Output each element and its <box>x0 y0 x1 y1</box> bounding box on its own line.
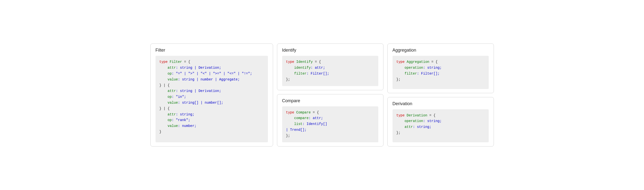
code-line: filter: Filter[]; <box>396 71 485 77</box>
code-token: compare <box>286 116 309 120</box>
code-token: type <box>396 60 407 64</box>
code-token: : attr; <box>310 66 325 70</box>
code-token: : Filter[]; <box>307 72 329 76</box>
code-token: Identify <box>296 60 313 64</box>
identify-panel: Identify type Identify = { identify: att… <box>277 44 384 90</box>
code-token: value <box>160 78 178 82</box>
code-line: attr: string; <box>160 112 264 118</box>
code-token: type <box>286 60 296 64</box>
code-token: } | { <box>160 107 170 110</box>
code-token: = { <box>310 110 319 114</box>
code-token: identify <box>286 66 311 70</box>
code-token: : "in"; <box>172 95 186 99</box>
code-line: }; <box>396 77 485 83</box>
code-token: op <box>160 72 172 76</box>
code-token: : string; <box>423 66 442 70</box>
code-line: operation: string; <box>396 65 485 71</box>
right-col-left: Identify type Identify = { identify: att… <box>277 44 384 146</box>
aggregation-code-block: type Aggregation = { operation: string; … <box>392 56 489 89</box>
code-line: | Trend[]; <box>286 127 374 133</box>
code-token: filter <box>286 72 307 76</box>
code-line: list: Identify[] <box>286 121 374 127</box>
code-token: } | { <box>160 83 170 87</box>
code-token: : Identify[] <box>302 122 327 126</box>
code-token: : string; <box>413 125 432 129</box>
filter-code-block: type Filter = { attr: string | Derivatio… <box>156 56 268 142</box>
identify-title: Identify <box>282 48 378 53</box>
code-token: Compare <box>296 110 311 114</box>
right-col-right: Aggregation type Aggregation = { operati… <box>388 44 494 146</box>
code-line: type Compare = { <box>286 110 374 116</box>
right-section: Identify type Identify = { identify: att… <box>277 44 494 146</box>
code-token: }; <box>396 131 401 135</box>
code-token: value <box>160 101 178 105</box>
code-token: op <box>160 95 172 99</box>
code-line: operation: string; <box>396 118 485 124</box>
code-line: attr: string; <box>396 124 485 130</box>
code-line: } | { <box>160 106 264 112</box>
compare-panel: Compare type Compare = { compare: attr; … <box>277 94 384 146</box>
code-line: type Identify = { <box>286 59 374 65</box>
code-token: : string | Derivation; <box>176 89 221 93</box>
code-line: filter: Filter[]; <box>286 71 374 77</box>
code-token: = { <box>182 60 190 64</box>
aggregation-title: Aggregation <box>392 48 489 53</box>
code-token: operation <box>396 119 423 123</box>
code-line: }; <box>396 130 485 136</box>
code-token: }; <box>396 78 401 82</box>
code-token: Derivation <box>407 113 427 117</box>
compare-code-block: type Compare = { compare: attr; list: Id… <box>282 106 378 142</box>
code-line: identify: attr; <box>286 65 374 71</box>
code-token: Filter <box>170 60 182 64</box>
code-token: list <box>286 122 302 126</box>
code-line: op: "in"; <box>160 94 264 100</box>
aggregation-panel: Aggregation type Aggregation = { operati… <box>388 44 494 93</box>
derivation-title: Derivation <box>392 101 489 106</box>
code-line: } <box>160 129 264 135</box>
code-token: : string | Derivation; <box>176 66 221 70</box>
code-token: Aggregation <box>407 60 429 64</box>
main-layout: Filter type Filter = { attr: string | De… <box>150 44 494 146</box>
code-token: } <box>160 130 162 134</box>
compare-title: Compare <box>282 98 378 103</box>
code-line: value: number; <box>160 123 264 129</box>
code-line: }; <box>286 133 374 139</box>
code-token: = { <box>313 60 321 64</box>
code-token: : string[] | number[]; <box>178 101 223 105</box>
code-token: type <box>396 113 407 117</box>
code-token: filter <box>396 72 417 76</box>
code-line: attr: string | Derivation; <box>160 88 264 94</box>
code-token: | Trend[]; <box>286 128 307 132</box>
derivation-panel: Derivation type Derivation = { operation… <box>388 97 494 146</box>
code-token: = { <box>429 60 438 64</box>
code-token: type <box>160 60 170 64</box>
derivation-code-block: type Derivation = { operation: string; a… <box>392 109 489 142</box>
code-token: : string | number | Aggregate; <box>178 78 240 82</box>
code-line: type Derivation = { <box>396 113 485 119</box>
code-line: type Aggregation = { <box>396 59 485 65</box>
code-token: attr <box>160 112 176 116</box>
code-token: : string; <box>423 119 442 123</box>
code-token: : Filter[]; <box>417 72 440 76</box>
code-token: }; <box>286 78 290 82</box>
code-line: op: "=" | ">" | "<" | ">=" | "<=" | "!="… <box>160 71 264 77</box>
code-token: operation <box>396 66 423 70</box>
code-line: } | { <box>160 83 264 89</box>
code-token: : number; <box>178 124 196 128</box>
code-line: op: "rank"; <box>160 117 264 123</box>
code-token: : string; <box>176 112 194 116</box>
code-token: value <box>160 124 178 128</box>
filter-title: Filter <box>156 48 268 53</box>
code-token: attr <box>396 125 413 129</box>
code-token: : attr; <box>309 116 323 120</box>
filter-panel: Filter type Filter = { attr: string | De… <box>150 44 273 146</box>
code-line: compare: attr; <box>286 115 374 121</box>
code-line: }; <box>286 77 374 83</box>
code-line: attr: string | Derivation; <box>160 65 264 71</box>
identify-code-block: type Identify = { identify: attr; filter… <box>282 56 378 86</box>
code-token: }; <box>286 134 290 138</box>
code-token: : "=" | ">" | "<" | ">=" | "<=" | "!="; <box>172 72 252 76</box>
code-token: attr <box>160 89 176 93</box>
code-token: attr <box>160 66 176 70</box>
code-line: type Filter = { <box>160 59 264 65</box>
